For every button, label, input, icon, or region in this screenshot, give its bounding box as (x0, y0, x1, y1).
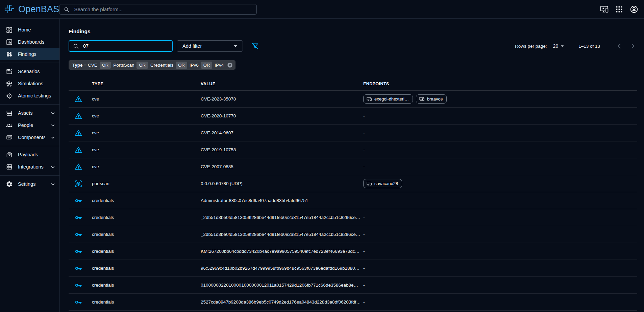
findings-search-input[interactable] (82, 43, 169, 49)
sidebar-item-home[interactable]: Home (0, 24, 59, 36)
finding-row[interactable]: cveCVE-2007-0885- (69, 158, 637, 175)
finding-row[interactable]: cveCVE-2023-35078exegol-dhexterl…braavos (69, 91, 637, 108)
add-filter-select[interactable]: Add filter (177, 40, 243, 52)
sidebar-item-label: Scenarios (18, 69, 56, 74)
account-circle-icon[interactable] (629, 5, 639, 14)
empty-endpoint-placeholder: - (363, 266, 365, 271)
finding-endpoints: savacano28 (363, 179, 637, 188)
empty-endpoint-placeholder: - (363, 198, 365, 203)
empty-endpoint-placeholder: - (363, 299, 365, 305)
endpoint-chip[interactable]: exegol-dhexterl… (363, 94, 413, 104)
sidebar-item-payloads[interactable]: Payloads (0, 149, 59, 161)
endpoint-chip-label: savacano28 (374, 181, 398, 186)
credentials-icon (74, 197, 82, 205)
finding-value: 0.0.0.0:60780 (UDP) (201, 181, 360, 186)
finding-row[interactable]: credentials2527cda8947b9208da386b9eb5c07… (69, 294, 637, 311)
apps-icon[interactable] (615, 5, 624, 14)
finding-endpoints: - (363, 113, 637, 118)
endpoint-chip-label: braavos (427, 96, 443, 102)
sidebar-item-simulations[interactable]: Simulations (0, 77, 59, 90)
sidebar-item-assets[interactable]: Assets (0, 107, 59, 119)
finding-type: cve (92, 130, 201, 135)
endpoint-chip[interactable]: braavos (416, 94, 447, 104)
sidebar-item-people[interactable]: People (0, 119, 59, 131)
finding-row[interactable]: credentials_2db51d3be0fd5813059f286be44d… (69, 209, 637, 226)
sidebar-item-label: Home (18, 27, 56, 32)
finding-value: _2db51d3be0fd5813059f286be44d91feb0e2a81… (201, 232, 360, 237)
empty-endpoint-placeholder: - (363, 147, 365, 152)
devices-icon (366, 96, 372, 102)
sidebar-item-atomic-testings[interactable]: Atomic testings (0, 90, 59, 102)
credentials-icon (74, 230, 82, 239)
filter-chip-value[interactable]: IPv6 (190, 63, 199, 68)
sidebar-item-components[interactable]: Components (0, 131, 59, 143)
table-header: TYPE VALUE ENDPOINTS (69, 77, 637, 91)
chevron-down-icon (50, 181, 56, 187)
finding-row[interactable]: cveCVE-2019-10758- (69, 141, 637, 158)
empty-endpoint-placeholder: - (363, 232, 365, 237)
finding-endpoints: - (363, 299, 637, 305)
finding-type: cve (92, 113, 201, 118)
search-icon (73, 43, 79, 49)
next-page-button[interactable] (628, 42, 637, 50)
rows-per-page-select[interactable]: 20 (553, 43, 566, 49)
finding-row[interactable]: credentialsAdministrator:880c07ec8d6a407… (69, 192, 637, 209)
previous-page-button[interactable] (615, 42, 624, 50)
column-header-endpoints: ENDPOINTS (363, 82, 637, 86)
endpoint-chip[interactable]: savacano28 (363, 179, 402, 188)
finding-value: CVE-2019-10758 (201, 147, 360, 152)
finding-value: 2527cda8947b9208da386b9eb5c0749d2ed176ea… (201, 299, 360, 305)
finding-row[interactable]: cveCVE-2014-9607- (69, 125, 637, 141)
sidebar-item-settings[interactable]: Settings (0, 178, 59, 190)
finding-endpoints: - (363, 249, 637, 254)
filter-chip-value[interactable]: Credentials (150, 63, 173, 68)
credentials-icon (74, 264, 82, 272)
finding-row[interactable]: credentials01000000220100001000000012011… (69, 277, 637, 294)
credentials-icon (74, 214, 82, 222)
sidebar-item-scenarios[interactable]: Scenarios (0, 65, 59, 77)
finding-endpoints: exegol-dhexterl…braavos (363, 94, 637, 104)
sidebar-item-integrations[interactable]: Integrations (0, 161, 59, 173)
pagination-range: 1–13 of 13 (578, 44, 600, 49)
platform-search (59, 4, 257, 15)
finding-endpoints: - (363, 164, 637, 169)
filter-chip-key-value[interactable]: Type = CVE (72, 63, 97, 68)
devices-star-icon[interactable] (600, 5, 609, 14)
finding-row[interactable]: credentials96:52969c4d10b02b9267d4799995… (69, 260, 637, 277)
home-icon (6, 26, 13, 34)
filter-chip-value[interactable]: PortsScan (113, 63, 134, 68)
logo-text: OpenBAS (18, 4, 59, 15)
finding-row[interactable]: portscan0.0.0.0:60780 (UDP)savacano28 (69, 175, 637, 192)
payloads-icon (6, 151, 13, 158)
sidebar-item-findings[interactable]: Findings (0, 48, 59, 60)
chevron-down-icon (50, 110, 56, 116)
assets-icon (6, 110, 13, 117)
sidebar-divider (0, 63, 59, 63)
type-filter-chip[interactable]: Type = CVEORPortsScanORCredentialsORIPv6… (69, 60, 236, 70)
sidebar-item-label: Integrations (18, 164, 45, 170)
pagination: Rows per page: 20 1–13 of 13 (515, 42, 637, 50)
finding-endpoints: - (363, 198, 637, 203)
finding-value: _2db51d3be0fd5813059f286be44d91feb0e2a81… (201, 215, 360, 220)
chevron-down-icon (50, 134, 56, 141)
sidebar-item-label: Assets (18, 110, 45, 116)
finding-value: 96:52969c4d10b02b9267d47999958fb969b48c9… (201, 266, 360, 271)
finding-row[interactable]: credentials_2db51d3be0fd5813059f286be44d… (69, 226, 637, 243)
sidebar-divider (0, 146, 59, 146)
finding-endpoints: - (363, 283, 637, 288)
finding-row[interactable]: cveCVE-2020-10770- (69, 108, 637, 125)
platform-search-input[interactable] (73, 6, 252, 13)
findings-toolbar: Add filter Rows per page: 20 1–13 of 13 (69, 40, 637, 52)
filter-chip-value[interactable]: IPv4 (215, 63, 224, 68)
finding-row[interactable]: credentialsKM:267200bb64cbddd73420b4ac7e… (69, 243, 637, 260)
dashboards-icon (6, 39, 13, 46)
openbas-logo[interactable]: OpenBAS (0, 3, 59, 15)
sidebar-item-dashboards[interactable]: Dashboards (0, 36, 59, 48)
close-circle-icon[interactable] (227, 62, 233, 68)
chevron-down-icon (50, 122, 56, 129)
empty-endpoint-placeholder: - (363, 164, 365, 169)
topbar-icons (600, 5, 644, 14)
clear-filters-button[interactable] (251, 42, 259, 50)
settings-icon (6, 181, 13, 188)
findings-search (69, 40, 173, 52)
